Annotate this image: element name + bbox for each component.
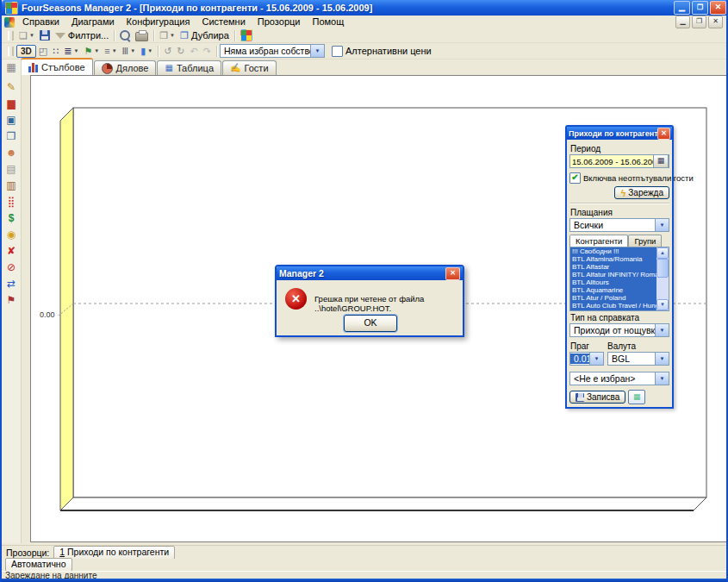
chevron-down-icon: ▼ (170, 33, 175, 38)
axis-marks-icon: ∷ (53, 46, 59, 57)
menu-diagrams[interactable]: Диаграми (65, 16, 121, 28)
menu-help[interactable]: Помощ (306, 16, 350, 28)
dollar-icon[interactable]: $ (4, 211, 18, 225)
include-guests-checkbox[interactable]: ✔ (569, 172, 581, 184)
alt-prices-checkbox[interactable] (332, 46, 343, 57)
tab-shares[interactable]: Дялове (94, 60, 157, 75)
axis-marks-button[interactable]: ∷ (50, 45, 61, 58)
payments-select[interactable]: Всички ▼ (569, 218, 669, 232)
calendar-copy-icon[interactable]: ❐ (4, 129, 18, 143)
grid-view-button[interactable]: ▦ (628, 390, 645, 404)
dialog-close-button[interactable]: ✕ (445, 267, 460, 280)
horizontal-grid-button[interactable]: ≡ ▼ (102, 45, 119, 58)
list-item[interactable]: BTL Alfamina/Romania (570, 255, 656, 263)
guests-icon[interactable]: ☻ (4, 146, 18, 160)
print-button[interactable] (133, 29, 151, 42)
ledger-icon[interactable]: ▥ (4, 178, 18, 192)
panel-title-bar[interactable]: Приходи по контрагенти ✕ (567, 127, 672, 140)
dialog-title-bar[interactable]: Manager 2 ✕ (277, 266, 463, 280)
save-button[interactable] (37, 29, 53, 42)
close-button[interactable] (710, 1, 726, 15)
availability-grid-icon[interactable]: ⣿ (4, 195, 18, 209)
chevron-down-icon: ▼ (94, 48, 99, 53)
transfer-icon[interactable]: ⇄ (4, 277, 18, 291)
cancel-payment-icon[interactable]: ✘ (4, 244, 18, 258)
panel-close-button[interactable]: ✕ (657, 128, 670, 140)
scroll-thumb[interactable] (656, 259, 669, 278)
person-stats-icon[interactable]: ⚑ (4, 293, 18, 307)
chart-tool-button[interactable] (238, 29, 255, 42)
period-field[interactable]: 15.06.2009 - 15.06.2009 ▦ (569, 154, 669, 168)
scroll-up-icon[interactable]: ▲ (656, 247, 669, 259)
print-preview-button[interactable] (117, 29, 133, 42)
list-item[interactable]: BTL Alfatur INFINITY/ Romani (570, 271, 656, 278)
window-bottom-border (2, 579, 728, 582)
include-guests-option[interactable]: ✔ Включва неотпътували гости (569, 172, 669, 184)
menu-windows[interactable]: Прозорци (252, 16, 307, 28)
list-item-clipped[interactable] (570, 310, 656, 311)
list-item[interactable]: BTL Auto Club Travel / Hunga (570, 302, 656, 310)
list-item[interactable]: !!! Свободни !!! (570, 247, 656, 255)
rotate-right-button[interactable]: ↻ (174, 45, 187, 58)
list-item[interactable]: BTL Aquamarine (570, 286, 656, 294)
scroll-down-icon[interactable]: ▼ (656, 299, 669, 310)
load-button[interactable]: ϟ Зарежда (614, 186, 669, 199)
separator (216, 46, 217, 57)
menu-reports[interactable]: Справки (16, 16, 65, 28)
print-preview-icon (120, 30, 130, 41)
list-scrollbar[interactable]: ▲ ▼ (656, 247, 669, 310)
tab-table[interactable]: ▦ Таблица (157, 60, 221, 75)
title-bar[interactable]: FourSeasons Manager 2 - [Приходи по конт… (2, 0, 728, 16)
menu-system[interactable]: Системни (196, 16, 251, 28)
documents-icon[interactable]: ▤ (4, 162, 18, 176)
window-task-button[interactable]: 1 Приходи по контрагенти (53, 546, 175, 560)
windows-label: Прозорци: (6, 548, 49, 558)
new-report-button[interactable]: ❏ ▼ (16, 29, 37, 42)
ok-button[interactable]: OK (344, 315, 397, 332)
coins-icon[interactable]: ◉ (4, 228, 18, 241)
spin-right-button[interactable]: ↷ (201, 45, 214, 58)
tab-contragents[interactable]: Контрагенти (569, 235, 628, 247)
report-type-select[interactable]: Приходи от нощувки ▼ (569, 323, 669, 337)
duplicate-button[interactable]: ❐ Дублира (177, 29, 232, 42)
alt-prices-option[interactable]: Алтернативни цени (332, 46, 432, 57)
spin-left-button[interactable]: ↶ (188, 45, 201, 58)
automatic-button[interactable]: Автоматично (5, 558, 72, 572)
list-item[interactable]: BTL Alltours (570, 278, 656, 286)
depth-button[interactable]: ▮ ▼ (138, 45, 155, 58)
cards-icon[interactable]: ▦ (4, 60, 18, 74)
series-marks-button[interactable]: ⚑ ▼ (81, 45, 102, 58)
legend-button[interactable]: ≣ ▼ (61, 45, 81, 58)
tab-columns[interactable]: Стълбове (21, 58, 93, 75)
menu-configuration[interactable]: Конфигурация (121, 16, 196, 28)
card-edit-icon[interactable]: ✎ (4, 80, 18, 94)
pointer-tool-button[interactable]: ◰ (36, 45, 50, 58)
tab-guests[interactable]: ✍ Гости (222, 60, 277, 75)
threshold-select[interactable]: 0.01 ▼ (569, 352, 604, 366)
chevron-down-icon: ▼ (112, 48, 117, 53)
filters-button[interactable]: Филтри... (53, 29, 111, 42)
vertical-grid-button[interactable]: Ⅲ ▼ (120, 45, 139, 58)
mdi-minimize-button[interactable]: ▁ (675, 16, 690, 28)
minimize-button[interactable] (674, 1, 690, 15)
export-button[interactable]: ❐ ▼ (157, 29, 177, 42)
save-report-button[interactable]: Записва (569, 391, 625, 404)
calendar-picker-button[interactable]: ▦ (653, 154, 669, 168)
mdi-close-button[interactable]: ✕ (708, 16, 723, 28)
3d-toggle-button[interactable]: 3D (16, 45, 36, 58)
chevron-down-icon: ▼ (73, 48, 78, 53)
list-item[interactable]: BTL Atur / Poland (570, 294, 656, 302)
list-item[interactable]: BTL Alfastar (570, 263, 656, 271)
toolbar-grip[interactable] (8, 31, 14, 41)
calendar-icon[interactable]: ▣ (4, 113, 18, 127)
restore-button[interactable] (692, 1, 708, 15)
rotate-left-button[interactable]: ↺ (161, 45, 174, 58)
owner-select[interactable]: Няма избран собственици ▼ (220, 44, 325, 58)
template-select[interactable]: <Не е избран> ▼ (569, 372, 669, 385)
cancel-charge-icon[interactable]: ⊘ (4, 260, 18, 274)
chart-icon[interactable]: ▆ (4, 97, 18, 110)
tab-groups[interactable]: Групи (628, 235, 662, 247)
toolbar-grip[interactable] (8, 47, 14, 56)
mdi-restore-button[interactable]: ❐ (692, 16, 706, 28)
currency-select[interactable]: BGL ▼ (607, 352, 669, 366)
